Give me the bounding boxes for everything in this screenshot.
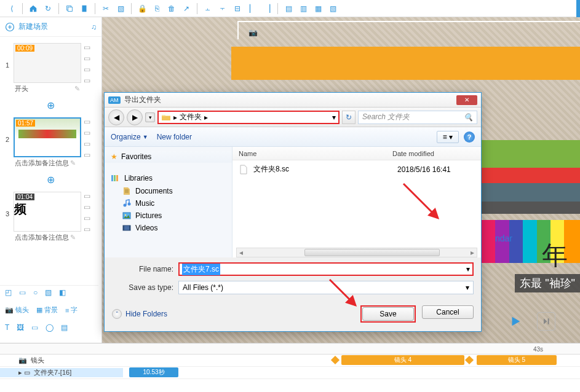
back-button[interactable]: ◀ <box>108 109 124 125</box>
distribute-h-icon[interactable]: ⊟ <box>231 2 244 15</box>
file-name-input[interactable]: 文件夹7.sc ▾ <box>178 262 474 276</box>
search-input[interactable]: Search 文件夹 🔍 <box>358 111 477 124</box>
dialog-title-bar[interactable]: AM 导出文件夹 ✕ <box>105 93 481 108</box>
cancel-button[interactable]: Cancel <box>422 305 474 319</box>
music-note-icon[interactable]: ♫ <box>91 23 97 31</box>
sidebar-music[interactable]: Music <box>105 197 232 210</box>
scene-tool-icon[interactable]: ▭ <box>84 151 92 159</box>
timeline-clip[interactable]: 镜头 5 <box>477 355 557 365</box>
edit-icon[interactable]: ✎ <box>74 85 80 93</box>
align-right-icon[interactable]: ▕ <box>260 2 274 15</box>
tool-icon[interactable]: 🖼 <box>17 323 24 332</box>
scene-tool-icon[interactable]: ▭ <box>84 214 92 222</box>
delete-icon[interactable]: 🗑 <box>165 2 178 15</box>
play-button[interactable] <box>506 312 525 331</box>
align-v4-icon[interactable]: ▧ <box>326 2 340 15</box>
scene-item[interactable]: 3 01:04 频 点击添加备注信息✎ ▭ ▭ ▭ ▭ <box>0 188 101 246</box>
scene-tool-icon[interactable]: ▭ <box>84 192 92 200</box>
add-scene-button[interactable]: ⊕ <box>0 174 101 186</box>
scene-tool-icon[interactable]: ▭ <box>84 225 92 233</box>
align-middle-icon[interactable]: ⫟ <box>216 2 229 15</box>
keyframe-icon[interactable] <box>331 356 340 364</box>
scene-thumbnail[interactable]: 01:57 <box>14 117 81 157</box>
scene-item[interactable]: 1 00:09 开头 ✎ ▭ ▭ ▭ ▭ <box>0 39 101 97</box>
keyframe-icon[interactable] <box>465 356 474 364</box>
hide-folders-toggle[interactable]: ˄ Hide Folders <box>112 309 167 319</box>
edit-icon[interactable]: ✎ <box>70 233 76 241</box>
column-name[interactable]: Name <box>232 150 386 157</box>
add-scene-button[interactable]: ⊕ <box>0 100 101 111</box>
sidebar-documents[interactable]: Documents <box>105 185 232 197</box>
next-frame-button[interactable] <box>537 312 555 331</box>
save-button[interactable]: Save <box>360 305 416 323</box>
share-icon[interactable]: ↗ <box>180 2 193 15</box>
text-tool[interactable]: ≡ 字 <box>65 305 77 315</box>
sidebar-pictures[interactable]: Pictures <box>105 210 232 222</box>
save-type-select[interactable]: All Files (*.*) ▾ <box>178 281 474 294</box>
scroll-thumb[interactable] <box>304 249 440 256</box>
timeline-clip[interactable]: 镜头 4 <box>341 355 464 365</box>
export-icon[interactable]: ⎘ <box>150 2 164 15</box>
file-row[interactable]: 文件夹8.sc 2018/5/16 16:41 <box>232 160 481 178</box>
align-v1-icon[interactable]: ▤ <box>282 2 295 15</box>
path-segment[interactable]: 文件夹 <box>180 112 202 122</box>
tool-icon[interactable]: ▤ <box>61 323 68 332</box>
timeline-row-lens[interactable]: 📷 镜头 <box>0 356 123 365</box>
dropdown-icon[interactable]: ▾ <box>466 283 469 292</box>
scroll-right-arrow[interactable]: ▸ <box>468 248 477 257</box>
tool-icon[interactable]: ▧ <box>45 288 52 297</box>
refresh-button[interactable]: ↻ <box>342 111 356 124</box>
lens-tool[interactable]: 📷 镜头 <box>5 305 29 315</box>
dropdown-icon[interactable]: ▾ <box>466 265 470 273</box>
new-folder-button[interactable]: New folder <box>157 133 192 141</box>
edit-icon[interactable]: ✎ <box>70 159 76 167</box>
loop-icon[interactable]: ↻ <box>41 2 55 15</box>
scene-tool-icon[interactable]: ▭ <box>84 43 92 52</box>
tool-icon[interactable]: ◯ <box>46 323 54 332</box>
scene-tool-icon[interactable]: ▭ <box>84 139 92 148</box>
tool-icon[interactable]: T <box>5 323 9 332</box>
horizontal-scrollbar[interactable]: ◂ ▸ <box>236 248 477 257</box>
left-shift-icon[interactable]: ⟨ <box>5 2 18 15</box>
tool-icon[interactable]: ◰ <box>5 288 12 297</box>
sidebar-videos[interactable]: Videos <box>105 222 232 234</box>
align-top-icon[interactable]: ⫠ <box>201 2 215 15</box>
align-v3-icon[interactable]: ▦ <box>311 2 325 15</box>
paste-icon[interactable] <box>77 2 91 15</box>
tool-icon[interactable]: ▭ <box>19 288 26 297</box>
cut-icon[interactable]: ✂ <box>99 2 113 15</box>
home-icon[interactable] <box>26 2 40 15</box>
scene-item[interactable]: 2 01:57 点击添加备注信息✎ ▭ ▭ ▭ ▭ <box>0 114 101 171</box>
help-button[interactable]: ? <box>464 131 475 143</box>
scroll-left-arrow[interactable]: ◂ <box>237 248 245 257</box>
scene-tool-icon[interactable]: ▭ <box>84 54 92 63</box>
close-button[interactable]: ✕ <box>456 95 477 105</box>
scene-tool-icon[interactable]: ▭ <box>84 76 92 85</box>
scene-thumbnail[interactable]: 01:04 频 <box>14 192 81 232</box>
tool-icon[interactable]: ◧ <box>59 288 66 297</box>
organize-menu[interactable]: Organize ▼ <box>111 133 148 141</box>
search-icon[interactable]: 🔍 <box>464 113 473 122</box>
libraries-header[interactable]: Libraries <box>105 171 232 185</box>
scene-tool-icon[interactable]: ▭ <box>84 128 92 137</box>
favorites-header[interactable]: ★ Favorites <box>105 151 232 163</box>
bg-tool[interactable]: ▦ 背景 <box>36 305 58 315</box>
timeline-ruler[interactable]: 43s <box>0 343 580 355</box>
path-box[interactable]: ▸ 文件夹 ▸ ▾ <box>157 111 340 124</box>
tool-icon[interactable]: ▭ <box>31 323 38 332</box>
copy-icon[interactable] <box>63 2 76 15</box>
timeline-row-file[interactable]: ▸ ▭ 文件夹7-[16] <box>0 368 123 377</box>
nav-dropdown-button[interactable]: ▾ <box>145 112 155 122</box>
forward-button[interactable]: ▶ <box>127 109 143 125</box>
tool-icon[interactable]: ○ <box>33 288 38 297</box>
timeline-clip[interactable]: 10.53秒 <box>129 367 178 377</box>
align-v2-icon[interactable]: ▥ <box>296 2 310 15</box>
scene-tool-icon[interactable]: ▭ <box>84 203 92 211</box>
new-scene-button[interactable]: 新建场景 <box>5 22 48 32</box>
path-dropdown-icon[interactable]: ▾ <box>332 113 336 122</box>
view-mode-button[interactable]: ≡ ▾ <box>437 131 459 143</box>
scene-tool-icon[interactable]: ▭ <box>84 117 92 126</box>
column-date[interactable]: Date modified <box>386 150 440 157</box>
scene-tool-icon[interactable]: ▭ <box>84 65 92 74</box>
lock-icon[interactable]: 🔒 <box>135 2 149 15</box>
